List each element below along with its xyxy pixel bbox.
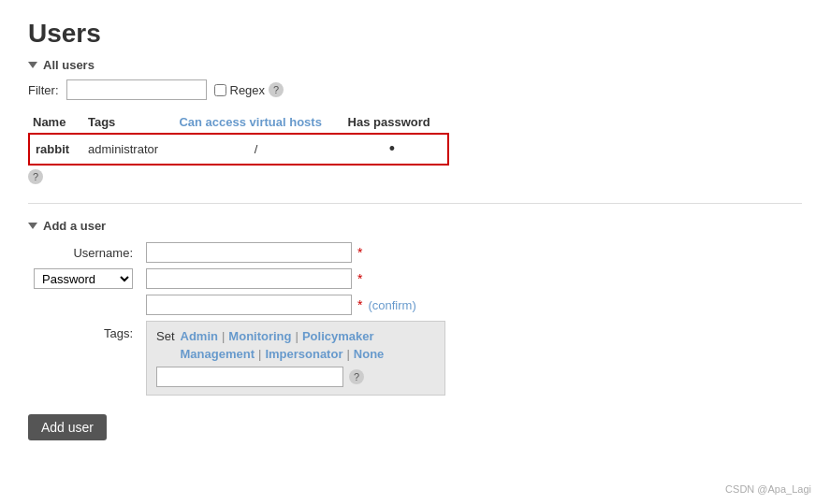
tags-label: Tags: bbox=[28, 321, 140, 340]
confirm-label: (confirm) bbox=[368, 298, 415, 312]
regex-checkbox[interactable] bbox=[214, 84, 226, 96]
confirm-required: * bbox=[357, 297, 362, 312]
table-row: rabbit administrator / • bbox=[29, 134, 448, 165]
tag-none[interactable]: None bbox=[354, 347, 385, 361]
tags-row2: Set Management | Impersonator | None bbox=[156, 347, 435, 361]
add-user-button[interactable]: Add user bbox=[28, 414, 107, 440]
tags-panel: Set Admin | Monitoring | Policymaker Set… bbox=[146, 321, 445, 396]
username-required: * bbox=[357, 245, 362, 260]
regex-row: Regex ? bbox=[214, 82, 284, 97]
tag-admin[interactable]: Admin bbox=[181, 329, 218, 343]
password-confirm-row: * (confirm) bbox=[28, 295, 802, 315]
table-header: Name Tags Can access virtual hosts Has p… bbox=[29, 111, 448, 134]
tags-set-row: Set Admin | Monitoring | Policymaker bbox=[156, 329, 435, 343]
tag-impersonator[interactable]: Impersonator bbox=[265, 347, 342, 361]
tags-set-label: Set bbox=[156, 329, 175, 343]
filter-label: Filter: bbox=[28, 83, 59, 97]
filter-input[interactable] bbox=[66, 79, 207, 100]
all-users-label: All users bbox=[43, 58, 95, 72]
add-user-section: Add a user Username: * Password Hashing … bbox=[28, 219, 802, 440]
password-input[interactable] bbox=[146, 268, 352, 289]
users-table-wrapper: Name Tags Can access virtual hosts Has p… bbox=[28, 111, 802, 166]
password-required: * bbox=[357, 271, 362, 286]
tags-help-badge[interactable]: ? bbox=[349, 369, 364, 384]
section-divider bbox=[28, 203, 802, 204]
username-row: Username: * bbox=[28, 242, 802, 263]
regex-help-badge[interactable]: ? bbox=[269, 82, 284, 97]
col-vhosts: Can access virtual hosts bbox=[175, 111, 343, 134]
password-type-select[interactable]: Password Hashing No password bbox=[34, 268, 133, 289]
cell-password: • bbox=[344, 134, 448, 165]
bottom-help: ? bbox=[28, 169, 802, 184]
table-help-badge[interactable]: ? bbox=[28, 169, 43, 184]
cell-name: rabbit bbox=[29, 134, 84, 165]
col-name: Name bbox=[29, 111, 84, 134]
username-label: Username: bbox=[28, 246, 140, 260]
cell-vhosts: / bbox=[175, 134, 343, 165]
col-tags: Tags bbox=[84, 111, 175, 134]
tag-management[interactable]: Management bbox=[181, 347, 255, 361]
collapse-icon[interactable] bbox=[28, 62, 37, 68]
add-user-section-header: Add a user bbox=[28, 219, 802, 233]
filter-row: Filter: Regex ? bbox=[28, 79, 802, 100]
tags-input-row: ? bbox=[156, 367, 435, 387]
add-user-collapse-icon[interactable] bbox=[28, 223, 37, 229]
tag-policymaker[interactable]: Policymaker bbox=[302, 329, 374, 343]
table-body: rabbit administrator / • bbox=[29, 134, 448, 165]
username-input[interactable] bbox=[146, 242, 352, 263]
page-title: Users bbox=[28, 19, 802, 49]
password-row1: Password Hashing No password * bbox=[28, 268, 802, 289]
add-user-label: Add a user bbox=[43, 219, 106, 233]
cell-tags: administrator bbox=[84, 134, 175, 165]
tags-input[interactable] bbox=[156, 367, 343, 387]
tag-monitoring[interactable]: Monitoring bbox=[228, 329, 291, 343]
users-table: Name Tags Can access virtual hosts Has p… bbox=[28, 111, 449, 166]
col-password: Has password bbox=[344, 111, 448, 134]
regex-label-text: Regex bbox=[230, 83, 266, 97]
add-user-form: Username: * Password Hashing No password… bbox=[28, 242, 802, 440]
password-confirm-input[interactable] bbox=[146, 295, 352, 315]
all-users-section-header: All users bbox=[28, 58, 802, 72]
tags-row: Tags: Set Admin | Monitoring | Policymak… bbox=[28, 321, 802, 396]
